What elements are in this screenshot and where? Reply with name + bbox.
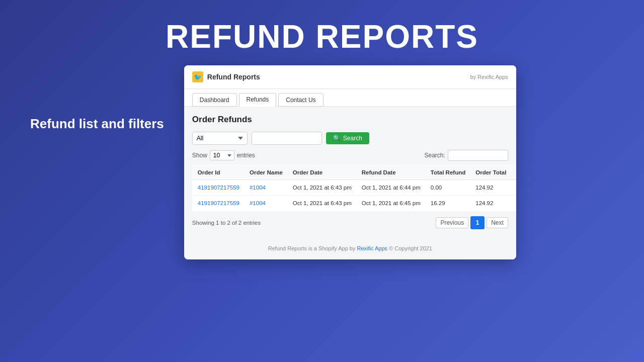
footer-text-before: Refund Reports is a Shopify App by xyxy=(268,245,357,251)
order-name-link-0[interactable]: #1004 xyxy=(250,185,266,191)
pagination-controls: Previous 1 Next xyxy=(436,216,508,229)
cell-order-date-0: Oct 1, 2021 at 6:43 pm xyxy=(288,180,357,196)
footer-text-after: © Copyright 2021 xyxy=(387,245,432,251)
col-order-id: Order Id xyxy=(192,165,245,180)
tab-contact[interactable]: Contact Us xyxy=(278,93,323,107)
pagination-row: Showing 1 to 2 of 2 entries Previous 1 N… xyxy=(192,216,508,229)
app-header-title: Refund Reports xyxy=(207,73,260,81)
col-total-refund: Total Refund xyxy=(426,165,470,180)
search-button-label: Search xyxy=(343,135,362,142)
cell-total-refund-0: 0.00 xyxy=(426,180,470,196)
app-header-left: 🐦 Refund Reports xyxy=(192,71,260,82)
cell-order-name-1: #1004 xyxy=(245,196,288,211)
filter-text-input[interactable] xyxy=(252,132,322,145)
order-id-link-0[interactable]: 4191907217559 xyxy=(198,185,239,191)
refunds-table: Order Id Order Name Order Date Refund Da… xyxy=(192,165,516,211)
col-order-total: Order Total xyxy=(470,165,511,180)
search-icon: 🔍 xyxy=(333,135,341,142)
app-footer: Refund Reports is a Shopify App by Rexif… xyxy=(184,237,516,259)
col-order-date: Order Date xyxy=(288,165,357,180)
order-name-link-1[interactable]: #1004 xyxy=(250,200,266,206)
page-title: REFUND REPORTS xyxy=(166,18,478,55)
cell-refund-date-0: Oct 1, 2021 at 6:44 pm xyxy=(357,180,426,196)
table-row: 4191907217559 #1004 Oct 1, 2021 at 6:43 … xyxy=(192,196,516,211)
cell-order-date-1: Oct 1, 2021 at 6:43 pm xyxy=(288,196,357,211)
entries-select[interactable]: 10 25 50 100 xyxy=(210,150,234,160)
app-logo-icon: 🐦 xyxy=(192,71,203,82)
search-right: Search: xyxy=(424,150,508,161)
order-id-link-1[interactable]: 4191907217559 xyxy=(198,200,239,206)
cell-action-1: 👁 xyxy=(511,196,516,211)
filter-row: All 🔍 Search xyxy=(192,132,508,145)
search-label: Search: xyxy=(424,152,445,159)
app-window: 🐦 Refund Reports by Rexific Apps Dashboa… xyxy=(184,65,516,259)
app-body: Order Refunds All 🔍 Search Show 10 xyxy=(184,107,516,237)
col-order-name: Order Name xyxy=(245,165,288,180)
cell-refund-date-1: Oct 1, 2021 at 6:45 pm xyxy=(357,196,426,211)
cell-action-0: 👁 xyxy=(511,180,516,196)
col-action: Action xyxy=(511,165,516,180)
tab-dashboard[interactable]: Dashboard xyxy=(192,93,237,107)
showing-text: Showing 1 to 2 of 2 entries xyxy=(192,220,261,226)
show-left: Show 10 25 50 100 entries xyxy=(192,150,255,160)
cell-order-name-0: #1004 xyxy=(245,180,288,196)
cell-total-refund-1: 16.29 xyxy=(426,196,470,211)
filter-select[interactable]: All xyxy=(192,132,248,145)
cell-order-id-1: 4191907217559 xyxy=(192,196,245,211)
next-button[interactable]: Next xyxy=(487,217,508,228)
col-refund-date: Refund Date xyxy=(357,165,426,180)
content-area: Refund list and filters 🐦 Refund Reports… xyxy=(0,65,644,362)
cell-order-total-1: 124.92 xyxy=(470,196,511,211)
section-title: Order Refunds xyxy=(192,115,508,125)
left-label: Refund list and filters xyxy=(30,116,164,133)
show-row: Show 10 25 50 100 entries Search: xyxy=(192,150,508,161)
app-header: 🐦 Refund Reports by Rexific Apps xyxy=(184,65,516,89)
footer-link[interactable]: Rexific Apps xyxy=(357,245,387,251)
search-button[interactable]: 🔍 Search xyxy=(326,132,369,144)
table-row: 4191907217559 #1004 Oct 1, 2021 at 6:43 … xyxy=(192,180,516,196)
previous-button[interactable]: Previous xyxy=(436,217,468,228)
tab-refunds[interactable]: Refunds xyxy=(239,93,277,107)
cell-order-total-0: 124.92 xyxy=(470,180,511,196)
svg-text:🐦: 🐦 xyxy=(194,73,202,81)
nav-bar: Dashboard Refunds Contact Us xyxy=(184,89,516,107)
cell-order-id-0: 4191907217559 xyxy=(192,180,245,196)
entries-label: entries xyxy=(237,152,255,159)
current-page: 1 xyxy=(470,216,485,229)
table-header-row: Order Id Order Name Order Date Refund Da… xyxy=(192,165,516,180)
show-label: Show xyxy=(192,152,207,159)
app-by-text: by Rexific Apps xyxy=(470,74,508,80)
table-search-input[interactable] xyxy=(448,150,508,161)
